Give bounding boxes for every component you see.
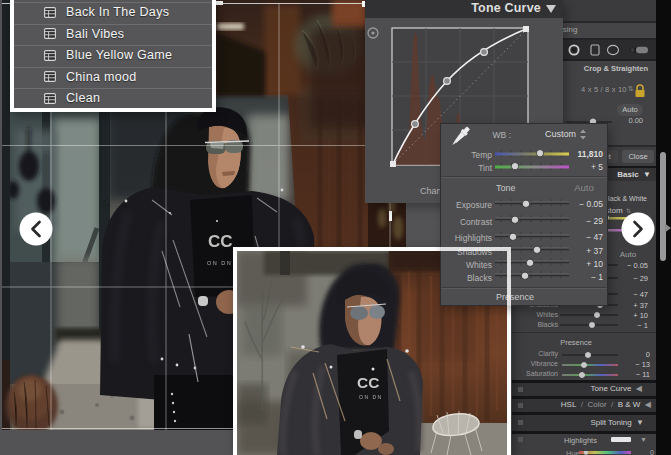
svg-text:CC: CC bbox=[208, 232, 233, 251]
svg-text:ON DN: ON DN bbox=[207, 260, 232, 266]
svg-text:CC: CC bbox=[357, 374, 379, 391]
svg-text:ON DN: ON DN bbox=[359, 394, 383, 400]
